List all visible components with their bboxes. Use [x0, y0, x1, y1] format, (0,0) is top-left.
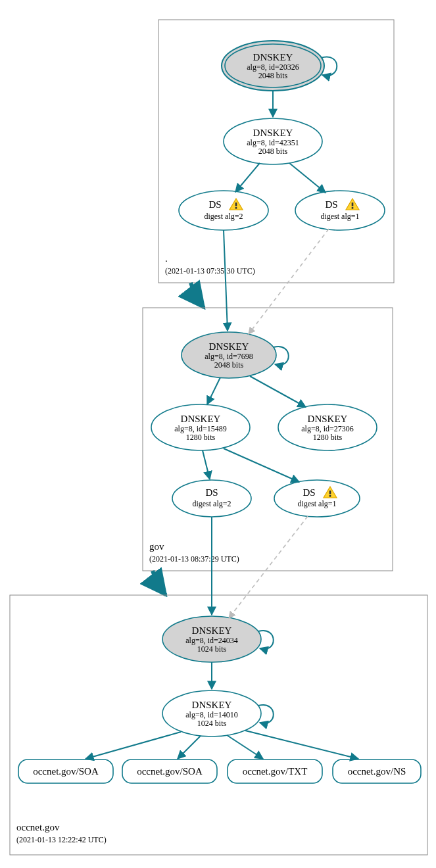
edge-govzsk1-ds1	[224, 448, 299, 482]
svg-text:2048 bits: 2048 bits	[258, 147, 288, 156]
node-root-ds1: DS digest alg=1	[295, 191, 385, 230]
node-gov-ds1: DS digest alg=1	[274, 480, 360, 517]
svg-text:DS: DS	[208, 199, 221, 210]
node-gov-zsk2: DNSKEY alg=8, id=27306 1280 bits	[278, 404, 377, 450]
svg-text:alg=8, id=42351: alg=8, id=42351	[247, 138, 299, 147]
svg-text:alg=8, id=14010: alg=8, id=14010	[185, 710, 238, 719]
svg-text:DNSKEY: DNSKEY	[209, 341, 249, 352]
svg-text:DS: DS	[303, 487, 315, 498]
svg-text:DNSKEY: DNSKEY	[308, 414, 348, 424]
svg-text:digest alg=2: digest alg=2	[192, 499, 231, 508]
zone-gov-name: gov	[149, 541, 164, 552]
node-occ-zsk: DNSKEY alg=8, id=14010 1024 bits	[162, 690, 261, 736]
zone-occnet-name: occnet.gov	[16, 822, 60, 832]
zone-occnet: occnet.gov (2021-01-13 12:22:42 UTC) DNS…	[10, 516, 427, 855]
svg-text:alg=8, id=7698: alg=8, id=7698	[205, 352, 253, 361]
node-gov-ds2: DS digest alg=2	[172, 480, 251, 517]
node-gov-zsk1: DNSKEY alg=8, id=15489 1280 bits	[151, 404, 250, 450]
rrset-ns: occnet.gov/NS	[333, 760, 421, 783]
svg-text:occnet.gov/SOA: occnet.gov/SOA	[33, 766, 99, 777]
svg-text:DS: DS	[325, 199, 337, 210]
svg-text:2048 bits: 2048 bits	[214, 360, 244, 370]
zone-gov: gov (2021-01-13 08:37:29 UTC) DNSKEY alg…	[143, 229, 393, 571]
edge-occzsk-txt	[227, 735, 263, 759]
edge-rootds1-govksk	[249, 229, 329, 334]
edge-govksk-zsk1	[207, 377, 220, 404]
edge-rootzsk-ds1	[289, 163, 326, 193]
svg-text:alg=8, id=27306: alg=8, id=27306	[301, 424, 354, 433]
svg-text:1280 bits: 1280 bits	[186, 433, 216, 442]
svg-point-34	[274, 480, 360, 517]
edge-rootds2-govksk	[224, 230, 228, 331]
edge-occzsk-soa2	[178, 736, 201, 759]
svg-text:alg=8, id=20326: alg=8, id=20326	[247, 62, 299, 72]
svg-text:digest alg=2: digest alg=2	[204, 212, 243, 221]
dnssec-chain-diagram: . (2021-01-13 07:35:30 UTC) DNSKEY alg=8…	[0, 0, 436, 868]
svg-text:DNSKEY: DNSKEY	[181, 414, 221, 424]
svg-text:2048 bits: 2048 bits	[258, 71, 288, 80]
node-gov-ksk: DNSKEY alg=8, id=7698 2048 bits	[182, 332, 276, 378]
edge-govksk-zsk2	[250, 376, 306, 407]
svg-text:DNSKEY: DNSKEY	[192, 700, 232, 710]
edge-govzsk1-ds2	[203, 450, 210, 479]
zone-root-name: .	[165, 253, 168, 264]
rrset-soa-2: occnet.gov/SOA	[122, 760, 217, 783]
edge-zone-root-to-gov	[191, 283, 204, 308]
svg-text:digest alg=1: digest alg=1	[297, 499, 336, 508]
zone-gov-timestamp: (2021-01-13 08:37:29 UTC)	[149, 554, 239, 564]
svg-point-12	[179, 191, 268, 230]
svg-text:DS: DS	[205, 487, 218, 498]
svg-text:alg=8, id=24034: alg=8, id=24034	[185, 636, 238, 645]
svg-text:occnet.gov/NS: occnet.gov/NS	[348, 766, 406, 777]
edge-zone-gov-to-occ	[153, 571, 166, 595]
edge-rootzsk-ds2	[235, 163, 260, 192]
zone-root-timestamp: (2021-01-13 07:35:30 UTC)	[165, 266, 255, 276]
edge-occzsk-ns	[245, 731, 358, 759]
node-root-zsk: DNSKEY alg=8, id=42351 2048 bits	[224, 118, 322, 164]
svg-text:DNSKEY: DNSKEY	[253, 128, 293, 138]
edge-occzsk-soa1	[85, 732, 181, 759]
svg-text:alg=8, id=15489: alg=8, id=15489	[174, 424, 227, 433]
svg-text:DNSKEY: DNSKEY	[192, 625, 232, 636]
svg-point-31	[172, 480, 251, 517]
svg-text:occnet.gov/TXT: occnet.gov/TXT	[243, 766, 308, 777]
svg-text:1024 bits: 1024 bits	[197, 719, 227, 728]
node-occ-ksk: DNSKEY alg=8, id=24034 1024 bits	[162, 616, 261, 662]
svg-text:DNSKEY: DNSKEY	[253, 52, 293, 62]
rrset-soa-1: occnet.gov/SOA	[18, 760, 113, 783]
rrset-txt: occnet.gov/TXT	[228, 760, 322, 783]
zone-occnet-timestamp: (2021-01-13 12:22:42 UTC)	[16, 835, 107, 844]
zone-root: . (2021-01-13 07:35:30 UTC) DNSKEY alg=8…	[158, 20, 394, 283]
svg-point-15	[295, 191, 385, 230]
svg-text:1280 bits: 1280 bits	[313, 433, 343, 442]
svg-text:occnet.gov/SOA: occnet.gov/SOA	[137, 766, 203, 777]
svg-text:digest alg=1: digest alg=1	[320, 212, 359, 221]
svg-text:1024 bits: 1024 bits	[197, 644, 227, 654]
node-root-ds2: DS digest alg=2	[179, 191, 268, 230]
edge-govds1-occksk	[229, 516, 308, 618]
node-root-ksk: DNSKEY alg=8, id=20326 2048 bits	[222, 41, 324, 91]
